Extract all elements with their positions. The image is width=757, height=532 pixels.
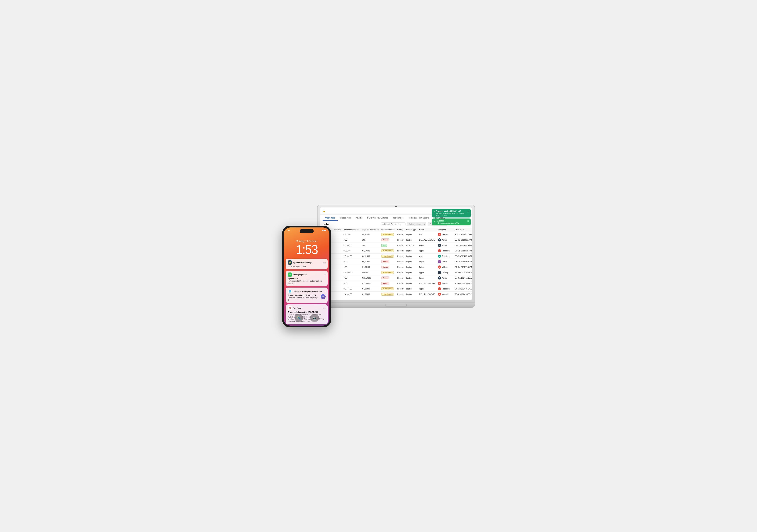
cell-customer (331, 270, 342, 275)
cell-payment-received: ₹ 4,000.00 (342, 292, 360, 296)
payment-status-badge: Partially Paid (381, 271, 394, 274)
payment-status-badge: Partially Paid (381, 293, 394, 296)
table-row[interactable]: 0.00 ₹ 4,001.00 Unpaid Regular Laptop Fu… (320, 264, 472, 270)
cell-payment-remaining: ₹720.00 (360, 270, 380, 275)
cell-priority: Regular (396, 275, 405, 281)
cell-payment-status: Partially Paid (380, 286, 396, 292)
cell-payment-remaining: ₹ 4,574.00 (360, 248, 380, 253)
cell-brand: Fujitsu (418, 259, 437, 264)
notif-chrome-expand-button[interactable]: ∨ (324, 290, 325, 292)
cell-brand: DELL ALLIENWARE (418, 237, 437, 243)
assignee-avatar: A (438, 276, 441, 280)
table-row[interactable]: 0.00 0.00 Unpaid Regular Laptop DELL ALL… (320, 237, 472, 243)
phone-notif-messaging[interactable]: ✉ Messaging • now ∨ BytePhase Hi, Your j… (286, 271, 328, 286)
table-row[interactable]: ₹ 10,000.00 ₹720.00 Partially Paid Regul… (320, 270, 472, 275)
cell-payment-remaining: ₹ 9,012.00 (360, 259, 380, 264)
camera-button[interactable]: 📷 (310, 314, 319, 322)
cell-brand: DELL ALLIENWARE (418, 292, 437, 296)
flashlight-button[interactable]: 🔦 (294, 314, 303, 322)
table-header-row: Job Sheet Customer Payment Received Paym… (320, 228, 472, 232)
status-filter[interactable]: Select job status (407, 222, 426, 226)
table-row[interactable]: ₹ 5,500.00 ₹ 3,114.00 Partially Paid Reg… (320, 253, 472, 259)
cell-assignee: A Admin (437, 243, 453, 248)
phone-notif-chrome[interactable]: 🌐 Chrome • demo.bytephase.in • now ∨ Pay… (286, 287, 328, 303)
phone-status-icons: ◼◼◼ (322, 229, 326, 231)
table-row[interactable]: ₹ 5,000.00 0.00 Paid Regular All In One … (320, 243, 472, 248)
cell-payment-status: Partially Paid (380, 248, 396, 253)
payment-status-badge: Partially Paid (381, 233, 394, 236)
cell-device-type: Laptop (405, 270, 418, 275)
cell-brand: Apple (418, 286, 437, 292)
phone-notif-chrome-expandable: Payment received DR - 21 -275 Received p… (288, 294, 325, 301)
toast-payment-content: Payment received DR - 21 -407 Received p… (436, 210, 466, 216)
cell-assignee: D Delivery (437, 270, 453, 275)
cell-assignee: M Meenal (437, 292, 453, 296)
laptop-base (317, 303, 475, 308)
phone-notif-gmail-header: M BytePhase now (288, 306, 325, 310)
gmail-icon: M (288, 306, 292, 310)
cell-created-on: 07-Oct-2024 09:54 AM (454, 248, 472, 253)
col-customer: Customer (331, 228, 342, 232)
cell-payment-received: 0.00 (342, 281, 360, 286)
cell-brand: Asus (418, 253, 437, 259)
phone-notif-chrome-title: Payment received DR - 21 -275 (288, 294, 321, 296)
phone-notif-bytephase-time: now (322, 262, 325, 263)
cell-priority: Regular (396, 259, 405, 264)
table-row[interactable]: 0.00 ₹ 11,546.00 Unpaid Regular Laptop D… (320, 281, 472, 286)
phone-notif-bytephase[interactable]: ⚡ Bytephase Technology now job_sheet_DR … (286, 259, 328, 269)
cell-priority: Regular (396, 292, 405, 296)
tab-closed-jobs[interactable]: Closed Jobs (338, 215, 353, 221)
table-row[interactable]: ₹ 500.00 ₹ 4,574.00 Partially Paid Regul… (320, 232, 472, 237)
cell-payment-status: Partially Paid (380, 253, 396, 259)
toast-success-close[interactable]: ✕ (467, 220, 469, 222)
tab-basic-workflow[interactable]: Basic/Workflow Settings (365, 215, 390, 221)
cell-created-on: 20-Sep-2024 05:00 PM (454, 292, 472, 296)
phone-notif-chrome-header: 🌐 Chrome • demo.bytephase.in • now ∨ (288, 289, 325, 293)
cell-customer (331, 237, 342, 243)
assignee-avatar: R (438, 287, 441, 290)
table-row[interactable]: 0.00 ₹ 11,192.00 Unpaid Regular Laptop F… (320, 275, 472, 281)
assignee-avatar: M (438, 282, 441, 285)
phone-notch (300, 229, 314, 233)
tab-job-settings[interactable]: Job Settings (390, 215, 406, 221)
laptop-trackpad[interactable] (385, 304, 407, 307)
toast-payment-close[interactable]: ✕ (467, 210, 469, 213)
tab-open-jobs[interactable]: Open Jobs (323, 215, 338, 221)
messaging-icon: ✉ (288, 273, 292, 277)
cell-device-type: Laptop (405, 253, 418, 259)
phone-notif-bytephase-header: ⚡ Bytephase Technology now (288, 260, 325, 265)
table-row[interactable]: 0.00 ₹ 9,012.00 Unpaid Regular Laptop Fu… (320, 259, 472, 264)
cell-assignee: M Meenal (437, 232, 453, 237)
col-payment-remaining: Payment Remaining (360, 228, 380, 232)
cell-brand: Fujitsu (418, 275, 437, 281)
cell-payment-remaining: 0.00 (360, 243, 380, 248)
payment-status-badge: Unpaid (381, 277, 389, 279)
cell-customer (331, 281, 342, 286)
cell-payment-status: Paid (380, 243, 396, 248)
chrome-icon: 🌐 (288, 289, 292, 293)
notif-expand-button[interactable]: ∨ (324, 274, 325, 276)
assignee-avatar: M (438, 233, 441, 236)
cell-payment-received: 0.00 (342, 259, 360, 264)
cell-customer (331, 243, 342, 248)
cell-brand: Apple (418, 243, 437, 248)
cell-payment-status: Partially Paid (380, 232, 396, 237)
cell-payment-received: ₹ 5,500.00 (342, 253, 360, 259)
phone-notif-gmail-title: A new sale is created #SL-21-281 (288, 311, 325, 313)
cell-payment-status: Unpaid (380, 275, 396, 281)
tab-all-jobs[interactable]: All Jobs (353, 215, 365, 221)
table-row[interactable]: ₹ 5,664.00 ₹ 4,000.00 Partially Paid Reg… (320, 286, 472, 292)
table-body: ₹ 500.00 ₹ 4,574.00 Partially Paid Regul… (320, 232, 472, 296)
cell-payment-status: Unpaid (380, 264, 396, 270)
cell-priority: Regular (396, 270, 405, 275)
cell-payment-status: Unpaid (380, 237, 396, 243)
cell-assignee: T Technician (437, 253, 453, 259)
table-row[interactable]: ₹ 500.00 ₹ 4,574.00 Partially Paid Regul… (320, 248, 472, 253)
table-row[interactable]: ₹ 4,000.00 ₹ 2,000.00 Partially Paid Reg… (320, 292, 472, 296)
tab-technician-print[interactable]: Technician Print Options (406, 215, 432, 221)
cell-priority: Regular (396, 264, 405, 270)
search-input[interactable] (381, 222, 406, 226)
cell-created-on: 03-Oct-2024 05:05 PM (454, 259, 472, 264)
laptop-screen: 🔒 💬 🔍 Open Jobs Closed Jobs All Jobs Bas… (320, 207, 472, 300)
assignee-avatar: M (438, 260, 441, 263)
